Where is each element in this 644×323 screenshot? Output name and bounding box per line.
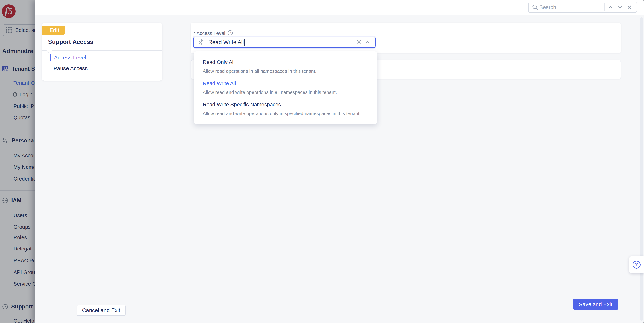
panel-header (35, 0, 644, 16)
dropdown-option-read-write-specific-namespaces[interactable]: Read Write Specific Namespaces Allow rea… (203, 102, 368, 116)
cancel-and-exit-button[interactable]: Cancel and Exit (77, 305, 126, 316)
access-level-label-text: * Access Level (194, 31, 225, 36)
nav-separator (42, 50, 162, 51)
wizard-nav-card: Edit Support Access Access Level Pause A… (42, 23, 162, 81)
clear-icon[interactable] (355, 38, 363, 46)
edit-mode-badge: Edit (42, 26, 66, 35)
text-cursor (244, 39, 245, 46)
access-level-form-card: * Access Level ? Read Write All (190, 23, 621, 53)
access-level-dropdown: Read Only All Allow read operations in a… (194, 52, 377, 124)
save-and-exit-button[interactable]: Save and Exit (573, 299, 618, 310)
svg-text:?: ? (635, 262, 638, 267)
dropdown-option-read-only-all[interactable]: Read Only All Allow read operations in a… (203, 59, 368, 74)
option-title: Read Write All (203, 80, 368, 86)
findbar-divider (604, 4, 605, 11)
panel-title: Support Access (48, 38, 93, 45)
option-description: Allow read operations in all namespaces … (203, 68, 368, 74)
find-previous-button[interactable] (606, 2, 615, 12)
find-next-button[interactable] (615, 2, 624, 12)
question-circle-icon: ? (632, 260, 641, 269)
nav-item-pause-access[interactable]: Pause Access (54, 65, 88, 72)
fork-arrows-icon (198, 39, 205, 46)
search-icon (531, 2, 540, 12)
nav-item-access-level[interactable]: Access Level (54, 54, 86, 61)
active-step-indicator (50, 54, 51, 61)
collapse-notch (46, 48, 52, 53)
help-circle-icon[interactable]: ? (228, 30, 233, 37)
find-close-button[interactable] (624, 2, 634, 12)
find-bar (528, 2, 637, 13)
option-description: Allow read and write operations only in … (203, 111, 368, 116)
option-description: Allow read and write operations in all n… (203, 90, 368, 95)
support-access-panel: Edit Support Access Access Level Pause A… (35, 0, 644, 323)
search-input[interactable] (540, 4, 603, 10)
svg-text:?: ? (229, 31, 231, 34)
option-title: Read Only All (203, 59, 368, 65)
chevron-up-icon[interactable] (363, 38, 372, 46)
access-level-label: * Access Level ? (194, 30, 233, 37)
access-level-combobox[interactable]: Read Write All (193, 36, 376, 48)
dropdown-option-read-write-all[interactable]: Read Write All Allow read and write oper… (203, 80, 368, 95)
option-title: Read Write Specific Namespaces (203, 102, 368, 108)
combobox-value: Read Write All (208, 39, 244, 46)
panel-scrollbar[interactable] (640, 17, 643, 321)
help-button[interactable]: ? (629, 256, 644, 273)
